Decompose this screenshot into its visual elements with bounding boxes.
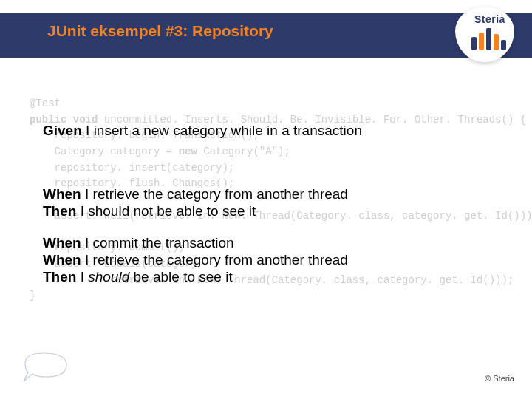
slide-title: JUnit eksempel #3: Repository [47, 22, 273, 40]
code-line: @Test [30, 98, 61, 109]
code-line: } [30, 290, 35, 301]
bdd-line-given: Given I insert a new category while in a… [43, 123, 362, 139]
bdd-line-then: Then I should be able to see it [43, 269, 233, 285]
code-keyword: new [179, 146, 197, 157]
code-line: repository. insert(category); [30, 162, 234, 174]
bdd-line-when: When I retrieve the category from anothe… [43, 252, 348, 268]
logo-shape: Steria [455, 7, 514, 62]
bdd-line-then: Then I should not be able to see it [43, 203, 256, 219]
logo-text: Steria [474, 13, 505, 25]
copyright: © Steria [485, 374, 514, 383]
logo-bars [471, 28, 506, 50]
content-area: @Test public void uncommitted. Inserts. … [30, 96, 502, 304]
bdd-line-when: When I retrieve the category from anothe… [43, 186, 348, 202]
bdd-line-when: When I commit the transaction [43, 235, 234, 251]
code-line: Category("A"); [197, 146, 290, 157]
logo: Steria [448, 7, 522, 66]
code-line: Category category = [30, 146, 179, 157]
speech-bubble-icon [21, 349, 72, 386]
